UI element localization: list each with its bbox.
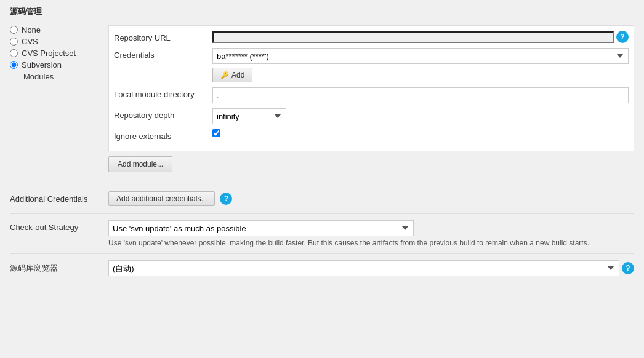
repo-url-input[interactable] <box>212 31 614 43</box>
ignore-externals-row: Ignore externals <box>114 129 629 141</box>
scm-browser-row: 源码库浏览器 (自动) Assembla CollabNet FishEye S… <box>10 260 634 276</box>
repo-depth-label: Repository depth <box>114 108 212 120</box>
radio-cvs-label: CVS <box>22 37 38 46</box>
add-credentials-wrap: 🔑 Add <box>212 68 629 82</box>
checkout-strategy-row: Check-out Strategy Use 'svn update' as m… <box>10 220 634 247</box>
credentials-label: Credentials <box>114 48 212 60</box>
additional-credentials-row: Additional Credentials Add additional cr… <box>10 191 634 206</box>
scm-browser-label: 源码库浏览器 <box>10 263 108 274</box>
section-title: 源码管理 <box>10 6 634 20</box>
additional-credentials-help-icon[interactable]: ? <box>220 193 232 205</box>
repo-depth-row: Repository depth infinity empty files im… <box>114 108 629 124</box>
credentials-row: Credentials ba******* (****') 🔑 Add <box>114 48 629 82</box>
add-additional-credentials-label: Add additional credentials... <box>116 194 207 203</box>
add-module-button[interactable]: Add module... <box>108 156 172 172</box>
repo-depth-control: infinity empty files immediates unknown <box>212 108 629 124</box>
ignore-externals-label: Ignore externals <box>114 129 212 141</box>
scm-browser-help-icon[interactable]: ? <box>622 262 634 274</box>
add-credentials-btn-label: Add <box>231 71 244 79</box>
key-icon: 🔑 <box>220 71 229 79</box>
page-wrapper: 源码管理 None CVS CVS Projectse <box>10 6 634 276</box>
ignore-externals-control <box>212 129 629 139</box>
checkout-strategy-hint: Use 'svn update' whenever possible, maki… <box>108 239 634 247</box>
add-module-btn-label: Add module... <box>118 160 163 169</box>
repo-url-help-icon[interactable]: ? <box>616 31 629 43</box>
radio-cvs-projectset-label: CVS Projectset <box>22 49 76 58</box>
ignore-externals-checkbox[interactable] <box>212 129 220 137</box>
radio-cvs[interactable]: CVS <box>10 37 108 46</box>
add-module-wrap: Add module... <box>108 156 634 172</box>
local-module-control <box>212 87 629 103</box>
repo-url-row: Repository URL ? <box>114 31 629 43</box>
repo-url-control: ? <box>212 31 629 43</box>
scm-browser-select[interactable]: (自动) Assembla CollabNet FishEye SVNWeb V… <box>108 260 619 276</box>
scm-browser-control: (自动) Assembla CollabNet FishEye SVNWeb V… <box>108 260 634 276</box>
checkout-strategy-label: Check-out Strategy <box>10 220 108 232</box>
credentials-control: ba******* (****') 🔑 Add <box>212 48 629 82</box>
local-module-row: Local module directory <box>114 87 629 103</box>
radio-none-input[interactable] <box>10 26 18 34</box>
divider-3 <box>10 253 634 254</box>
top-section: None CVS CVS Projectset <box>10 25 634 178</box>
subversion-modules-block: Repository URL ? Credentials ba******* (… <box>108 25 634 178</box>
radio-subversion-label: Subversion <box>22 60 62 70</box>
local-module-label: Local module directory <box>114 87 212 99</box>
repo-url-input-wrap: ? <box>212 31 629 43</box>
radio-column: None CVS CVS Projectset <box>10 25 108 178</box>
repo-url-label: Repository URL <box>114 31 212 42</box>
add-additional-credentials-button[interactable]: Add additional credentials... <box>108 191 215 206</box>
divider-2 <box>10 213 634 214</box>
additional-credentials-label: Additional Credentials <box>10 194 108 204</box>
module-row: Repository URL ? Credentials ba******* (… <box>108 25 634 151</box>
additional-credentials-control: Add additional credentials... ? <box>108 191 634 206</box>
add-credentials-button[interactable]: 🔑 Add <box>212 68 252 82</box>
credentials-select[interactable]: ba******* (****') <box>212 48 629 64</box>
divider-1 <box>10 185 634 185</box>
radio-cvs-input[interactable] <box>10 38 18 46</box>
radio-cvs-projectset-input[interactable] <box>10 49 18 57</box>
radio-none-label: None <box>22 25 41 34</box>
radio-subversion[interactable]: Subversion <box>10 60 108 70</box>
radio-none[interactable]: None <box>10 25 108 34</box>
radio-cvs-projectset[interactable]: CVS Projectset <box>10 49 108 58</box>
radio-subversion-input[interactable] <box>10 61 18 69</box>
local-module-input[interactable] <box>212 87 629 103</box>
subversion-modules-label: Modules <box>23 72 108 81</box>
repo-depth-select[interactable]: infinity empty files immediates unknown <box>212 108 286 124</box>
checkout-strategy-select[interactable]: Use 'svn update' as much as possible Alw… <box>108 220 414 236</box>
checkout-strategy-control: Use 'svn update' as much as possible Alw… <box>108 220 634 247</box>
